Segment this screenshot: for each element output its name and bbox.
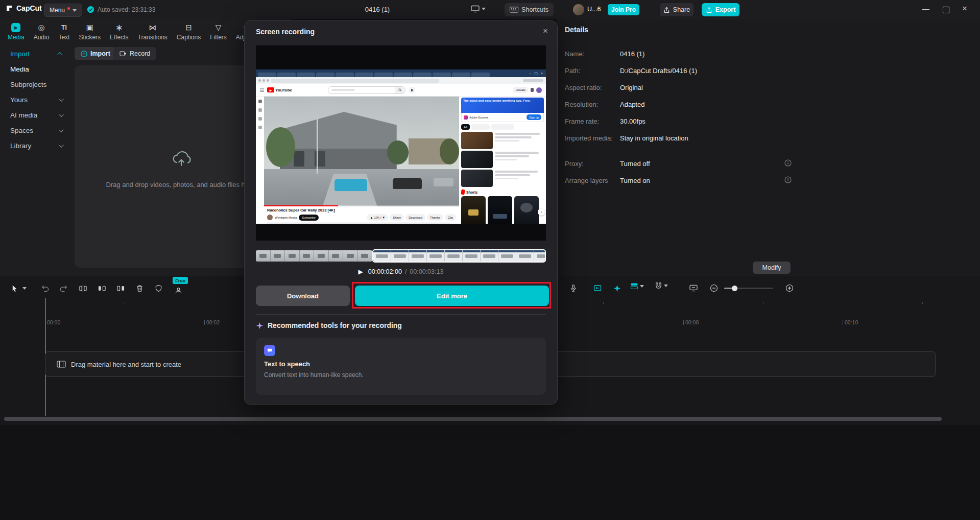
join-pro-button[interactable]: Join Pro: [608, 4, 639, 15]
captions-icon: ⊟: [185, 23, 192, 32]
like-pill: ▲ 17K | ▼: [367, 214, 388, 221]
project-title: 0416 (1): [337, 6, 418, 13]
sidebar-item-yours[interactable]: Yours: [4, 92, 67, 107]
chevron-down-icon: [59, 112, 64, 117]
sidebar-item-ai-media[interactable]: AI media: [4, 107, 67, 123]
sidebar-item-spaces[interactable]: Spaces: [4, 123, 67, 138]
delete-left-icon[interactable]: [95, 282, 108, 294]
sidebar-item-import[interactable]: Import: [4, 46, 67, 61]
mask-icon[interactable]: [152, 282, 164, 294]
tab-captions[interactable]: ⊟ Captions: [172, 20, 205, 43]
auto-reframe-icon[interactable]: [591, 282, 604, 294]
browser-tab: [413, 73, 432, 77]
media-icon: ▶: [11, 23, 20, 32]
tree: [440, 138, 459, 165]
yt-player: [264, 97, 459, 206]
import-button-label: Import: [90, 50, 110, 57]
browser-tab: [374, 73, 393, 77]
export-button[interactable]: Export: [702, 3, 739, 16]
split-icon[interactable]: [77, 282, 89, 294]
tab-effects[interactable]: ∗ Effects: [105, 20, 133, 43]
share-button[interactable]: Share: [660, 3, 694, 16]
filmstrip-unselected[interactable]: [256, 250, 372, 262]
url-bar: [271, 79, 439, 83]
chevron-down-icon: [640, 285, 644, 288]
tab-filters[interactable]: ▽ Filters: [205, 20, 231, 43]
free-badge: Free: [173, 277, 188, 284]
tab-stickers[interactable]: ▣ Stickers: [74, 20, 105, 43]
menu-button[interactable]: Menu: [44, 4, 82, 17]
delete-right-icon[interactable]: [114, 282, 127, 294]
filmstrip-frame: [498, 250, 516, 262]
avatar[interactable]: [573, 4, 584, 15]
filmstrip-selected-range[interactable]: [372, 249, 546, 263]
undo-button[interactable]: [39, 282, 51, 294]
menu-label: Menu: [50, 7, 65, 14]
info-icon[interactable]: [784, 159, 792, 167]
record-button[interactable]: Record: [113, 47, 156, 60]
shorts-label: Shorts: [466, 191, 477, 194]
record-button-label: Record: [130, 50, 150, 57]
tab-audio[interactable]: ◎ Audio: [29, 20, 54, 43]
snap-options-button[interactable]: [655, 282, 668, 290]
background-removal-icon[interactable]: [172, 284, 184, 296]
recorded-browser-frame: – ▢ × ▶ YouTube: [256, 69, 546, 224]
zoom-slider[interactable]: [724, 288, 773, 289]
filmstrip-frame: [300, 250, 315, 262]
suggestion-thumbnail: [461, 151, 493, 168]
yt-suggestion-row: [461, 170, 544, 187]
yt-avatar: [536, 87, 542, 93]
shortcuts-button[interactable]: Shortcuts: [505, 3, 554, 16]
close-button[interactable]: ×: [962, 4, 967, 14]
detail-value: 0416 (1): [620, 50, 644, 58]
browser-tab: [355, 73, 373, 77]
magic-tools-icon[interactable]: [611, 282, 623, 294]
tab-label: Media: [8, 34, 25, 41]
zoom-out-icon[interactable]: [708, 282, 720, 294]
tab-text[interactable]: TI Text: [54, 20, 74, 43]
tab-transitions[interactable]: ⋈ Transitions: [133, 20, 172, 43]
sidebar-item-label: Media: [10, 65, 29, 73]
maximize-button[interactable]: [943, 7, 949, 13]
layout-switch-button[interactable]: [471, 5, 486, 13]
adobe-express-logo: [464, 115, 468, 120]
details-title: Details: [565, 26, 588, 34]
filmstrip-frame: [481, 250, 498, 262]
zoom-slider-knob[interactable]: [732, 286, 737, 291]
redo-button[interactable]: [57, 282, 69, 294]
tab-media[interactable]: ▶ Media: [3, 20, 29, 43]
voiceover-mic-icon[interactable]: [567, 282, 579, 294]
import-media-button[interactable]: Import: [75, 47, 116, 60]
browser-extensions: [523, 79, 543, 82]
app-logo: CapCut: [5, 4, 42, 12]
modify-button[interactable]: Modify: [753, 262, 791, 274]
zoom-in-icon[interactable]: [783, 282, 796, 294]
cursor-tool-button[interactable]: [8, 282, 27, 294]
shorts-next-button: ›: [538, 208, 545, 216]
ad-cta-button: Sign up: [527, 114, 541, 120]
delete-icon[interactable]: [133, 282, 146, 294]
track-layout-button[interactable]: [630, 282, 644, 290]
info-icon[interactable]: [784, 176, 792, 183]
tab-label: Captions: [177, 34, 201, 41]
filmstrip-frame: [358, 250, 373, 262]
modal-close-icon[interactable]: ×: [543, 26, 548, 36]
minimize-button[interactable]: [922, 9, 929, 10]
yt-video-title: Racenolics Super Car Rally 2023 [4K]: [267, 208, 456, 212]
effects-icon: ∗: [115, 23, 123, 32]
horizontal-scrollbar[interactable]: [4, 417, 942, 421]
browser-tab: [433, 73, 451, 77]
text-to-speech-card[interactable]: Text to speech Convert text into human-l…: [256, 338, 546, 395]
play-icon[interactable]: ▶: [358, 268, 363, 275]
library-icon: [258, 126, 262, 129]
browser-tab: [316, 73, 334, 77]
filmstrip-frame: [427, 250, 445, 262]
download-button[interactable]: Download: [256, 286, 350, 306]
shortcuts-label: Shortcuts: [521, 6, 548, 13]
shorts-thumbnail: [461, 196, 486, 224]
preview-quality-icon[interactable]: [687, 282, 700, 294]
sidebar-item-library[interactable]: Library: [4, 138, 67, 153]
sidebar-item-media[interactable]: Media: [4, 61, 67, 77]
sidebar-item-subprojects[interactable]: Subprojects: [4, 77, 67, 92]
export-label: Export: [715, 6, 736, 13]
